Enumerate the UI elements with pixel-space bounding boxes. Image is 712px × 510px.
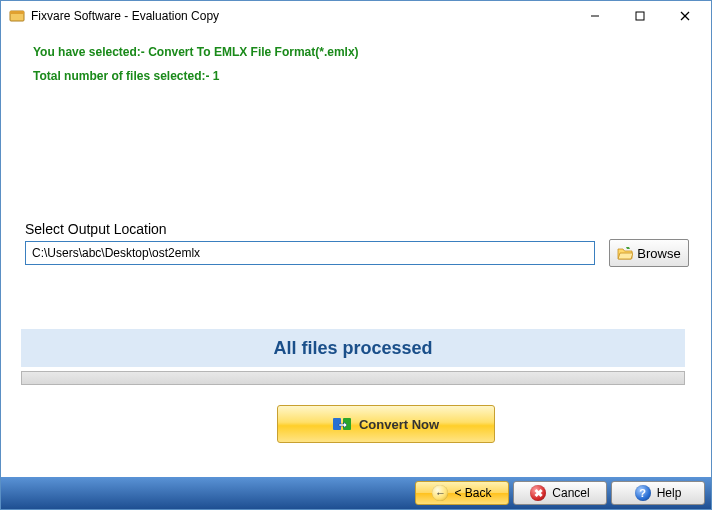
help-button-label: Help <box>657 486 682 500</box>
output-location-label: Select Output Location <box>25 221 167 237</box>
folder-open-icon <box>617 246 633 260</box>
output-path-input[interactable] <box>25 241 595 265</box>
help-button[interactable]: ? Help <box>611 481 705 505</box>
back-button-label: < Back <box>454 486 491 500</box>
svg-rect-3 <box>636 12 644 20</box>
window-title: Fixvare Software - Evaluation Copy <box>31 9 572 23</box>
arrow-left-icon: ← <box>432 485 448 501</box>
footer-bar: ← < Back ✖ Cancel ? Help <box>1 477 711 509</box>
close-button[interactable] <box>662 2 707 30</box>
status-message: All files processed <box>21 329 685 367</box>
convert-button-label: Convert Now <box>359 417 439 432</box>
cancel-button[interactable]: ✖ Cancel <box>513 481 607 505</box>
selected-format-text: You have selected:- Convert To EMLX File… <box>1 45 711 59</box>
convert-icon <box>333 416 351 432</box>
title-bar: Fixvare Software - Evaluation Copy <box>1 1 711 31</box>
file-count-text: Total number of files selected:- 1 <box>1 69 711 83</box>
window-controls <box>572 2 707 30</box>
app-icon <box>9 8 25 24</box>
back-button[interactable]: ← < Back <box>415 481 509 505</box>
browse-button-label: Browse <box>637 246 680 261</box>
progress-bar <box>21 371 685 385</box>
content-area: You have selected:- Convert To EMLX File… <box>1 45 711 83</box>
browse-button[interactable]: Browse <box>609 239 689 267</box>
minimize-button[interactable] <box>572 2 617 30</box>
svg-rect-1 <box>10 11 24 14</box>
maximize-button[interactable] <box>617 2 662 30</box>
convert-now-button[interactable]: Convert Now <box>277 405 495 443</box>
cancel-button-label: Cancel <box>552 486 589 500</box>
cancel-icon: ✖ <box>530 485 546 501</box>
help-icon: ? <box>635 485 651 501</box>
